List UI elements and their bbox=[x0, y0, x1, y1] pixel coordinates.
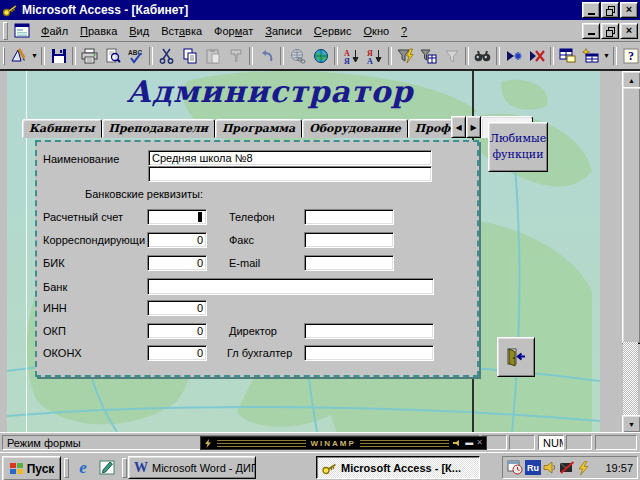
text-cursor bbox=[198, 212, 202, 222]
volume-icon[interactable] bbox=[543, 461, 557, 474]
find-button[interactable] bbox=[471, 45, 494, 67]
minimize-icon bbox=[588, 33, 595, 35]
menu-help[interactable]: ? bbox=[395, 22, 413, 40]
menu-format[interactable]: Формат bbox=[208, 22, 259, 40]
winamp-volume-icon[interactable] bbox=[453, 440, 462, 446]
tab-oborudovanie[interactable]: Оборудование bbox=[302, 119, 408, 138]
bik-input[interactable] bbox=[147, 255, 207, 271]
key-icon bbox=[2, 2, 18, 18]
okonh-input[interactable] bbox=[147, 345, 207, 361]
quicklaunch-handle[interactable] bbox=[64, 458, 69, 478]
naimenovanie-input[interactable] bbox=[148, 150, 432, 166]
separator bbox=[465, 47, 469, 65]
task-access-button[interactable]: Microsoft Access - [К... bbox=[316, 456, 480, 479]
toolbar-grip[interactable] bbox=[3, 47, 5, 65]
print-preview-button[interactable] bbox=[101, 45, 124, 67]
save-button[interactable] bbox=[47, 45, 70, 67]
tab-scroll-right-button[interactable]: ▶ bbox=[466, 116, 481, 138]
sort-ascending-button[interactable]: АЯ bbox=[340, 45, 363, 67]
delete-record-button[interactable] bbox=[525, 45, 548, 67]
view-dropdown-arrow[interactable]: ▼ bbox=[30, 45, 39, 67]
mail-blocked-icon[interactable] bbox=[559, 461, 575, 474]
task-word-button[interactable]: W Microsoft Word - ДИПЛО... bbox=[128, 456, 256, 479]
gl-buhgalter-input[interactable] bbox=[304, 345, 434, 361]
menu-bar: Файл Правка Вид Вставка Формат Записи Се… bbox=[0, 20, 640, 42]
undo-button[interactable] bbox=[255, 45, 278, 67]
separator bbox=[280, 47, 284, 65]
scroll-down-button[interactable]: ▼ bbox=[622, 415, 640, 433]
scheduler-icon[interactable] bbox=[507, 460, 523, 475]
new-object-dropdown-arrow[interactable]: ▼ bbox=[602, 45, 611, 67]
filter-by-selection-button[interactable] bbox=[394, 45, 417, 67]
menu-window[interactable]: Окно bbox=[358, 22, 396, 40]
help-button[interactable]: ? bbox=[619, 45, 640, 67]
doc-close-button[interactable]: × bbox=[620, 23, 638, 39]
scrollbar-track[interactable] bbox=[623, 342, 638, 415]
titul-panel: Наименование Банковские реквизиты: Расче… bbox=[35, 140, 479, 377]
inn-input[interactable] bbox=[147, 300, 207, 316]
filter-by-form-button[interactable] bbox=[417, 45, 440, 67]
scrollbar-thumb[interactable] bbox=[622, 87, 640, 344]
bank-section-label: Банковские реквизиты: bbox=[85, 188, 203, 200]
restore-icon bbox=[606, 27, 614, 35]
tab-prepodavateli[interactable]: Преподаватели bbox=[102, 119, 215, 138]
start-button[interactable]: Пуск bbox=[2, 456, 61, 480]
naimenovanie-input-2[interactable] bbox=[148, 166, 432, 182]
faks-input[interactable] bbox=[304, 232, 394, 248]
access-window: Microsoft Access - [Кабинет] × Файл Прав… bbox=[0, 0, 640, 480]
menu-tools[interactable]: Сервис bbox=[308, 22, 358, 40]
format-painter-button[interactable] bbox=[224, 45, 247, 67]
okp-input[interactable] bbox=[147, 323, 207, 339]
bank-input[interactable] bbox=[147, 278, 434, 295]
field-label: Корреспондирующи bbox=[43, 234, 145, 246]
direktor-input[interactable] bbox=[304, 323, 434, 339]
korrespondiruyuschi-input[interactable] bbox=[147, 232, 207, 248]
winamp-close-button[interactable]: ✕ bbox=[476, 439, 483, 447]
menu-records[interactable]: Записи bbox=[259, 22, 308, 40]
email-input[interactable] bbox=[304, 255, 394, 271]
new-object-button[interactable] bbox=[579, 45, 602, 67]
cut-button[interactable] bbox=[155, 45, 178, 67]
menu-view[interactable]: Вид bbox=[123, 22, 155, 40]
menu-file[interactable]: Файл bbox=[35, 22, 74, 40]
taskbar-divider[interactable] bbox=[122, 458, 127, 478]
insert-hyperlink-button[interactable] bbox=[286, 45, 309, 67]
separator bbox=[388, 47, 392, 65]
print-button[interactable] bbox=[78, 45, 101, 67]
menu-edit[interactable]: Правка bbox=[74, 22, 123, 40]
task-label: Microsoft Access - [К... bbox=[341, 462, 461, 474]
exit-form-button[interactable] bbox=[497, 337, 535, 377]
tab-programma[interactable]: Программа bbox=[215, 119, 302, 138]
menu-insert[interactable]: Вставка bbox=[155, 22, 208, 40]
minimize-button[interactable] bbox=[582, 2, 600, 18]
task-label: Microsoft Word - ДИПЛО... bbox=[152, 462, 256, 474]
copy-button[interactable] bbox=[178, 45, 201, 67]
favorite-functions-button[interactable]: Любимые функции bbox=[488, 122, 548, 172]
menubar-grip[interactable] bbox=[3, 22, 8, 40]
lightning-icon[interactable] bbox=[577, 461, 590, 475]
restore-button[interactable] bbox=[601, 2, 619, 18]
view-design-button[interactable] bbox=[7, 45, 30, 67]
vertical-scrollbar[interactable]: ▲ ▼ bbox=[622, 71, 639, 431]
favorites-label-line2: функции bbox=[492, 147, 543, 163]
new-record-button[interactable] bbox=[502, 45, 525, 67]
database-window-button[interactable] bbox=[556, 45, 579, 67]
winamp-windowshade[interactable]: WINAMP ▬ ✕ bbox=[200, 436, 487, 450]
sort-descending-button[interactable]: ЯА bbox=[363, 45, 386, 67]
channels-icon[interactable] bbox=[96, 457, 118, 478]
language-indicator[interactable]: Ru bbox=[525, 460, 541, 475]
tab-kabinety[interactable]: Кабинеты bbox=[22, 119, 102, 138]
close-button[interactable]: × bbox=[620, 2, 638, 18]
spelling-button[interactable]: ABC bbox=[124, 45, 147, 67]
winamp-shade-button[interactable]: ▬ bbox=[465, 439, 473, 447]
doc-minimize-button[interactable] bbox=[582, 23, 600, 39]
tab-scroll-left-button[interactable]: ◀ bbox=[451, 116, 466, 138]
apply-filter-button[interactable] bbox=[440, 45, 463, 67]
telefon-input[interactable] bbox=[304, 209, 394, 225]
form-heading: Администратор bbox=[30, 74, 510, 109]
web-toolbar-button[interactable] bbox=[309, 45, 332, 67]
doc-restore-button[interactable] bbox=[601, 23, 619, 39]
paste-button[interactable] bbox=[201, 45, 224, 67]
field-label: E-mail bbox=[229, 257, 260, 269]
internet-explorer-icon[interactable]: e bbox=[72, 457, 94, 478]
